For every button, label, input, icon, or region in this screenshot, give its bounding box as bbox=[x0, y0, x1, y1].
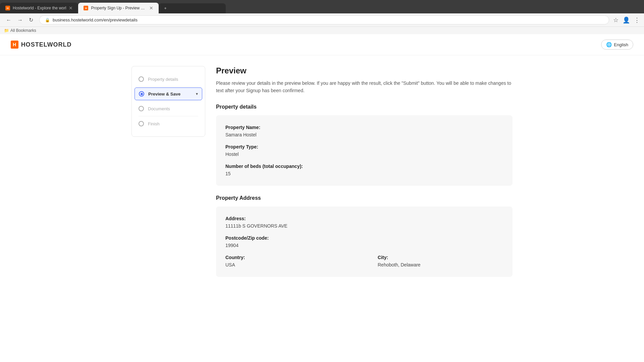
bookmarks-folder-icon: 📁 bbox=[4, 28, 9, 33]
new-tab-button[interactable]: + bbox=[159, 3, 226, 13]
language-label: English bbox=[614, 42, 628, 47]
bookmarks-bar: 📁 All Bookmarks bbox=[0, 26, 644, 34]
logo-text: HOSTELWORLD bbox=[21, 41, 72, 48]
property-address-section-title: Property Address bbox=[216, 195, 513, 201]
browser-tab-1[interactable]: H Hostelworld - Explore the worl ✕ bbox=[0, 3, 78, 13]
tab2-favicon: H bbox=[84, 6, 88, 10]
property-address-card: Address: 11111b S GOVERNORS AVE Postcode… bbox=[216, 206, 513, 277]
language-button[interactable]: 🌐 English bbox=[601, 40, 633, 50]
url-text: business.hostelworld.com/en/previewdetai… bbox=[53, 17, 138, 22]
field-label-city: City: bbox=[378, 255, 503, 260]
sidebar-divider-3 bbox=[139, 116, 198, 116]
field-value-name: Samara Hostel bbox=[225, 132, 503, 137]
logo-icon: H bbox=[11, 41, 18, 49]
sidebar-radio-finish bbox=[139, 121, 144, 126]
tab1-close-icon[interactable]: ✕ bbox=[69, 5, 73, 11]
main-content: Property details Preview & Save ▾ Docume… bbox=[121, 55, 523, 297]
profile-icon[interactable]: 👤 bbox=[623, 16, 630, 24]
browser-chrome: H Hostelworld - Explore the worl ✕ H Pro… bbox=[0, 0, 644, 34]
field-value-country: USA bbox=[225, 262, 351, 267]
globe-icon: 🌐 bbox=[606, 42, 612, 47]
sidebar-divider-2 bbox=[139, 101, 198, 101]
sidebar-item-label-preview-save: Preview & Save bbox=[148, 92, 180, 97]
field-value-type: Hostel bbox=[225, 152, 503, 157]
city-col: City: Rehoboth, Delaware bbox=[378, 255, 503, 267]
field-label-name: Property Name: bbox=[225, 125, 503, 130]
chevron-down-icon: ▾ bbox=[196, 92, 198, 96]
field-value-address: 11111b S GOVERNORS AVE bbox=[225, 223, 503, 229]
preview-description: Please review your details in the previe… bbox=[216, 79, 513, 95]
forward-button[interactable]: → bbox=[15, 16, 25, 24]
site-header: H HOSTELWORLD 🌐 English bbox=[0, 34, 644, 55]
menu-icon[interactable]: ⋮ bbox=[634, 16, 640, 24]
property-details-section-title: Property details bbox=[216, 104, 513, 110]
sidebar-item-preview-save[interactable]: Preview & Save ▾ bbox=[135, 87, 202, 100]
property-details-card: Property Name: Samara Hostel Property Ty… bbox=[216, 115, 513, 186]
field-value-beds: 15 bbox=[225, 171, 503, 176]
tab2-close-icon[interactable]: ✕ bbox=[149, 5, 153, 11]
logo: H HOSTELWORLD bbox=[11, 41, 72, 49]
page: H HOSTELWORLD 🌐 English Property details… bbox=[0, 34, 644, 356]
field-label-postcode: Postcode/Zip code: bbox=[225, 235, 503, 241]
sidebar-item-finish[interactable]: Finish bbox=[139, 118, 198, 130]
sidebar-item-label-property-details: Property details bbox=[148, 77, 178, 82]
tab2-title: Property Sign Up - Preview and... bbox=[91, 6, 147, 10]
lock-icon: 🔒 bbox=[45, 18, 50, 22]
sidebar-item-label-documents: Documents bbox=[148, 106, 170, 111]
new-tab-icon: + bbox=[164, 6, 166, 11]
address-bar[interactable]: 🔒 business.hostelworld.com/en/previewdet… bbox=[39, 15, 609, 24]
sidebar-radio-property-details bbox=[139, 76, 144, 82]
browser-tab-2[interactable]: H Property Sign Up - Preview and... ✕ bbox=[78, 3, 159, 13]
sidebar-divider-1 bbox=[139, 86, 198, 87]
tab1-title: Hostelworld - Explore the worl bbox=[13, 6, 66, 10]
sidebar: Property details Preview & Save ▾ Docume… bbox=[131, 66, 205, 286]
sidebar-item-label-finish: Finish bbox=[148, 121, 160, 126]
browser-tabs: H Hostelworld - Explore the worl ✕ H Pro… bbox=[0, 0, 644, 13]
country-col: Country: USA bbox=[225, 255, 351, 267]
nav-buttons: ← → ↻ bbox=[4, 16, 35, 24]
preview-title: Preview bbox=[216, 66, 513, 75]
refresh-button[interactable]: ↻ bbox=[27, 16, 35, 24]
field-label-address: Address: bbox=[225, 216, 503, 221]
field-label-beds: Number of beds (total occupancy): bbox=[225, 164, 503, 169]
back-button[interactable]: ← bbox=[4, 16, 13, 24]
sidebar-radio-documents bbox=[139, 106, 144, 111]
field-label-type: Property Type: bbox=[225, 144, 503, 149]
field-value-city: Rehoboth, Delaware bbox=[378, 262, 503, 267]
sidebar-card: Property details Preview & Save ▾ Docume… bbox=[131, 66, 205, 137]
field-label-country: Country: bbox=[225, 255, 351, 260]
tab1-favicon: H bbox=[5, 6, 10, 10]
preview-content: Preview Please review your details in th… bbox=[216, 66, 513, 286]
toolbar-right: ☆ 👤 ⋮ bbox=[613, 16, 640, 24]
country-city-row: Country: USA City: Rehoboth, Delaware bbox=[225, 255, 503, 267]
sidebar-item-property-details[interactable]: Property details bbox=[139, 73, 198, 85]
browser-addressbar: ← → ↻ 🔒 business.hostelworld.com/en/prev… bbox=[0, 13, 644, 26]
bookmarks-label[interactable]: All Bookmarks bbox=[10, 28, 36, 33]
sidebar-item-documents[interactable]: Documents bbox=[139, 103, 198, 115]
bookmark-icon[interactable]: ☆ bbox=[613, 16, 619, 24]
field-value-postcode: 19904 bbox=[225, 243, 503, 248]
sidebar-radio-preview-save bbox=[139, 91, 144, 97]
